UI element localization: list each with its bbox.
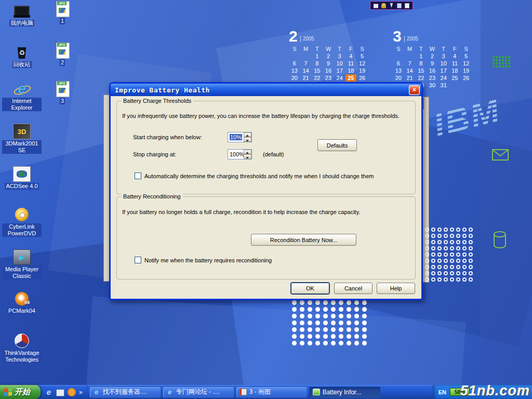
language-indicator[interactable]: EN <box>438 389 446 395</box>
calendar-day: 4 <box>345 52 357 60</box>
task-button[interactable]: 3 - 画图 <box>236 387 308 398</box>
calendar-day: 8 <box>311 60 323 67</box>
desktop-icon-powerdvd-CyberLink PowerDVD[interactable]: CyberLink PowerDVD <box>2 207 42 237</box>
calendar-day: 19 <box>356 67 368 74</box>
calendar-day: 16 <box>427 67 438 74</box>
desktop-icon-pcmark-PCMark04[interactable]: 04PCMark04 <box>2 291 42 314</box>
group-battery-reconditioning: Battery Reconditioning If your battery n… <box>116 196 416 280</box>
calendar-day: 26 <box>356 74 368 82</box>
ibm-logo: IBM <box>430 90 505 144</box>
desktop-icon-jpg-1[interactable]: JPG1 <box>43 1 82 24</box>
calendar-day: 12 <box>356 60 368 67</box>
close-button[interactable]: × <box>409 85 420 95</box>
dialog-improve-battery-health: Improve Battery Health × Battery Charge … <box>109 82 423 300</box>
monitor-icon[interactable] <box>397 3 402 8</box>
spin-up-button[interactable] <box>244 150 251 154</box>
desktop-icon-label: 3 <box>60 98 65 104</box>
calendar-day: 9 <box>323 60 334 67</box>
spin-down-button[interactable] <box>244 137 251 142</box>
ie-quick-launch-icon[interactable]: e <box>45 388 53 396</box>
desktop-icon-jpg-2[interactable]: JPG2 <box>43 43 82 66</box>
stop-charging-input[interactable]: 100% <box>228 149 252 159</box>
cancel-button[interactable]: Cancel <box>334 283 373 294</box>
stop-charging-value: 100% <box>230 151 244 157</box>
desktop-icon-thinkvantage-ThinkVantage Technologies[interactable]: ThinkVantage Technologies <box>2 333 42 363</box>
desktop-icon-my-computer-我的电脑[interactable]: 我的电脑 <box>2 3 42 26</box>
calendar-month-number: 3 <box>393 30 402 43</box>
auto-determine-checkbox[interactable] <box>135 172 141 179</box>
green-grid-decor <box>493 56 510 68</box>
desktop-icon-label: ThinkVantage Technologies <box>2 350 42 363</box>
calendar-day: 7 <box>404 60 416 67</box>
windows-flag-icon <box>4 388 12 396</box>
calendar-day <box>404 52 416 60</box>
desktop-icon-jpg-3[interactable]: JPG3 <box>43 81 82 104</box>
desktop-icon-mpc-Media Player Classic[interactable]: ▶Media Player Classic <box>2 249 42 280</box>
calendar-day: 17 <box>334 67 345 74</box>
defaults-button[interactable]: Defaults <box>317 139 357 151</box>
calendar-day: 20 <box>289 74 300 82</box>
ok-button[interactable]: OK <box>291 283 329 294</box>
pen-icon[interactable] <box>389 3 394 8</box>
calendar-month-2: 22005SMTWTFS1234567891011121314151617181… <box>289 30 368 89</box>
calendar-day-header: F <box>345 45 357 52</box>
calendar-day: 7 <box>300 60 312 67</box>
spin-down-button[interactable] <box>244 154 251 159</box>
wallpaper-shape <box>85 296 466 399</box>
start-button[interactable]: 开始 <box>0 385 41 399</box>
task-button-label: 专门网论坛 - .... <box>176 388 220 396</box>
desktop-icon-label: 1 <box>60 18 65 24</box>
task-button[interactable]: e找不到服务器.... <box>89 387 161 398</box>
document-icon[interactable] <box>405 3 409 8</box>
help-button[interactable]: Help <box>377 283 415 294</box>
calendar-day-header: M <box>404 45 416 52</box>
calendar-day: 18 <box>449 67 461 74</box>
group-battery-charge-thresholds: Battery Charge Thresholds If you infrequ… <box>116 101 416 194</box>
calendar-day: 3 <box>438 52 449 60</box>
show-desktop-icon[interactable] <box>56 388 64 396</box>
task-button[interactable]: Battery Infor... <box>309 387 381 398</box>
calendar-day: 30 <box>427 82 438 89</box>
notify-reconditioning-checkbox[interactable] <box>135 257 141 263</box>
desktop-icon-ie-Internet Explorer[interactable]: eInternet Explorer <box>2 81 42 111</box>
calendar-day: 10 <box>438 60 449 67</box>
desktop-icon-acdsee-ACDSee 4.0[interactable]: ACDSee 4.0 <box>2 166 42 190</box>
phone-icon[interactable] <box>374 3 378 8</box>
start-charging-input[interactable]: 10% <box>228 132 252 142</box>
calendar-day: 23 <box>427 74 438 82</box>
calendar-day: 15 <box>311 67 323 74</box>
spin-up-button[interactable] <box>244 132 251 137</box>
calendar-day: 22 <box>311 74 323 82</box>
ie-icon: e <box>93 389 100 395</box>
thresholds-description: If you infrequently use battery power, y… <box>122 113 411 119</box>
calendar-day-header: S <box>356 45 368 52</box>
calendar-day-header: W <box>323 45 334 52</box>
calendar-day: 11 <box>449 60 461 67</box>
desktop-icon-label: 3DMark2001 SE <box>2 140 42 154</box>
key-icon[interactable] <box>381 3 386 8</box>
task-button[interactable]: e专门网论坛 - .... <box>163 387 234 398</box>
task-button-label: 3 - 画图 <box>249 388 271 396</box>
calendar-day: 21 <box>300 74 312 82</box>
notify-reconditioning-checkbox-label[interactable]: Notify me when the battery requires reco… <box>144 257 272 263</box>
system-mini-toolbar[interactable] <box>370 1 413 10</box>
calendar-day <box>289 52 300 60</box>
calendar-day-header: T <box>415 45 427 52</box>
calendar-day-header: S <box>289 45 300 52</box>
chevron-icon[interactable]: » <box>79 389 83 396</box>
media-player-quick-launch-icon[interactable] <box>68 388 76 396</box>
calendar-day: 22 <box>415 74 427 82</box>
calendar-day-header: F <box>449 45 461 52</box>
desktop-icon-label: 回收站 <box>12 61 32 68</box>
calendar-month-3: 32005SMTWTFS1234567891011121314151617181… <box>393 30 472 89</box>
recondition-battery-button[interactable]: Recondition Battery Now... <box>251 234 356 246</box>
auto-determine-checkbox-label[interactable]: Automatically determine the charging thr… <box>144 173 374 179</box>
ie-icon: e <box>166 389 174 395</box>
desktop-icon-threedmark-3DMark2001 SE[interactable]: 3D3DMark2001 SE <box>2 124 42 154</box>
desktop-icon-recycle-bin-回收站[interactable]: ♻回收站 <box>2 45 42 68</box>
default-note: (default) <box>263 151 284 157</box>
desktop-icon-label: Media Player Classic <box>2 266 42 280</box>
calendar-day: 6 <box>393 60 404 67</box>
calendar-day: 15 <box>415 67 427 74</box>
dialog-titlebar[interactable]: Improve Battery Health × <box>111 84 421 96</box>
